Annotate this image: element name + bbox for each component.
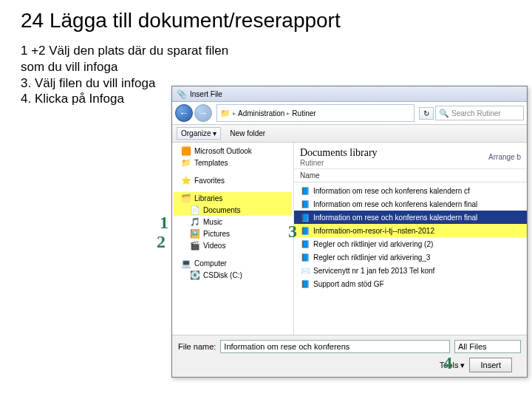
- file-row[interactable]: ✉️Servicenytt nr 1 jan feb 2013 Tel konf: [294, 264, 527, 277]
- file-row[interactable]: 📘Information om rese och konferens kalen…: [294, 184, 527, 197]
- dialog-titlebar: 📎 Insert File: [172, 86, 527, 102]
- refresh-button[interactable]: ↻: [419, 107, 434, 120]
- back-button[interactable]: ←: [175, 104, 193, 122]
- file-row[interactable]: 📘Information-om-resor-i-tj--nsten-2012: [294, 224, 527, 237]
- filename-label: File name:: [178, 342, 216, 351]
- word-icon: 📘: [300, 212, 310, 222]
- file-row[interactable]: 📘Regler och riktlinjer vid arkivering_3: [294, 250, 527, 264]
- column-header-name[interactable]: Name: [294, 169, 527, 183]
- dialog-title: Insert File: [190, 90, 222, 98]
- file-list-pane: Documents library Rutiner Arrange b Name…: [294, 143, 527, 335]
- mail-icon: ✉️: [300, 265, 310, 276]
- insert-button[interactable]: Insert: [469, 358, 512, 372]
- pictures-icon: 🖼️: [190, 228, 200, 239]
- filename-input[interactable]: [220, 340, 450, 353]
- tree-documents[interactable]: 📄Documents: [174, 204, 292, 216]
- organize-button[interactable]: Organize ▾: [177, 127, 221, 140]
- computer-icon: 💻: [181, 258, 191, 268]
- forward-button[interactable]: →: [194, 104, 212, 122]
- word-icon: 📘: [300, 252, 310, 262]
- library-title: Documents library: [300, 147, 488, 159]
- file-list: 📘Information om rese och konferens kalen…: [294, 183, 527, 292]
- annotation-2: 2: [157, 232, 166, 252]
- tree-computer[interactable]: 💻Computer: [174, 257, 292, 269]
- folder-tree: 🟧Microsoft Outlook 📁Templates ⭐Favorites…: [172, 143, 294, 335]
- word-icon: 📘: [300, 199, 310, 209]
- word-icon: 📘: [300, 185, 310, 196]
- drive-icon: 💽: [190, 270, 200, 280]
- insert-file-dialog: 📎 Insert File ← → 📁 ▸ Administration ▸ R…: [171, 86, 528, 378]
- libraries-icon: 🗂️: [181, 193, 191, 203]
- chevron-right-icon: ▸: [233, 110, 236, 117]
- dialog-toolbar: Organize ▾ New folder: [172, 125, 527, 143]
- star-icon: ⭐: [181, 175, 191, 185]
- crumb-rutiner[interactable]: Rutiner: [292, 109, 316, 117]
- library-header: Documents library Rutiner Arrange b: [294, 143, 527, 169]
- dialog-navbar: ← → 📁 ▸ Administration ▸ Rutiner ↻ 🔍 Sea…: [172, 102, 527, 125]
- tree-music[interactable]: 🎵Music: [174, 216, 292, 228]
- word-icon: 📘: [300, 279, 310, 289]
- folder-icon: 📁: [220, 108, 231, 118]
- search-placeholder: Search Rutiner: [451, 109, 501, 117]
- file-row[interactable]: 📘Information om rese och konferens kalen…: [294, 197, 527, 211]
- crumb-administration[interactable]: Administration: [238, 109, 284, 117]
- file-row[interactable]: 📘Support adm stöd GF: [294, 277, 527, 290]
- documents-icon: 📄: [190, 205, 200, 215]
- dialog-footer: File name: All Files Tools ▾ Insert: [172, 335, 527, 377]
- outlook-icon: 🟧: [181, 146, 191, 156]
- tree-pictures[interactable]: 🖼️Pictures: [174, 228, 292, 239]
- tree-outlook[interactable]: 🟧Microsoft Outlook: [174, 145, 292, 157]
- file-row[interactable]: 📘Regler och riktlinjer vid arkivering (2…: [294, 237, 527, 250]
- music-icon: 🎵: [190, 216, 200, 227]
- folder-icon: 📁: [181, 157, 191, 168]
- tree-templates[interactable]: 📁Templates: [174, 157, 292, 168]
- tools-button[interactable]: Tools ▾: [440, 361, 466, 370]
- tree-favorites[interactable]: ⭐Favorites: [174, 174, 292, 186]
- tree-cdrive[interactable]: 💽CSDisk (C:): [174, 269, 292, 281]
- videos-icon: 🎬: [190, 240, 200, 250]
- tree-videos[interactable]: 🎬Videos: [174, 239, 292, 251]
- search-icon: 🔍: [439, 108, 449, 118]
- annotation-1: 1: [160, 213, 168, 233]
- arrange-by[interactable]: Arrange b: [488, 153, 521, 161]
- file-row-selected[interactable]: 📘Information om rese och konferens kalen…: [294, 211, 527, 224]
- new-folder-button[interactable]: New folder: [230, 129, 265, 137]
- breadcrumb[interactable]: 📁 ▸ Administration ▸ Rutiner: [216, 104, 415, 122]
- word-icon: 📘: [300, 239, 310, 249]
- search-input[interactable]: 🔍 Search Rutiner: [435, 106, 524, 120]
- chevron-right-icon: ▸: [287, 110, 290, 117]
- slide-title: 24 Lägga till dokument/reserapport: [21, 9, 511, 33]
- attach-icon: 📎: [177, 89, 187, 99]
- file-filter-dropdown[interactable]: All Files: [454, 340, 521, 353]
- tree-libraries[interactable]: 🗂️Libraries: [174, 192, 292, 204]
- library-subtitle: Rutiner: [300, 159, 488, 167]
- instruction-line-1: 1 +2 Välj den plats där du sparat filen …: [21, 43, 242, 75]
- word-icon: 📘: [300, 225, 310, 236]
